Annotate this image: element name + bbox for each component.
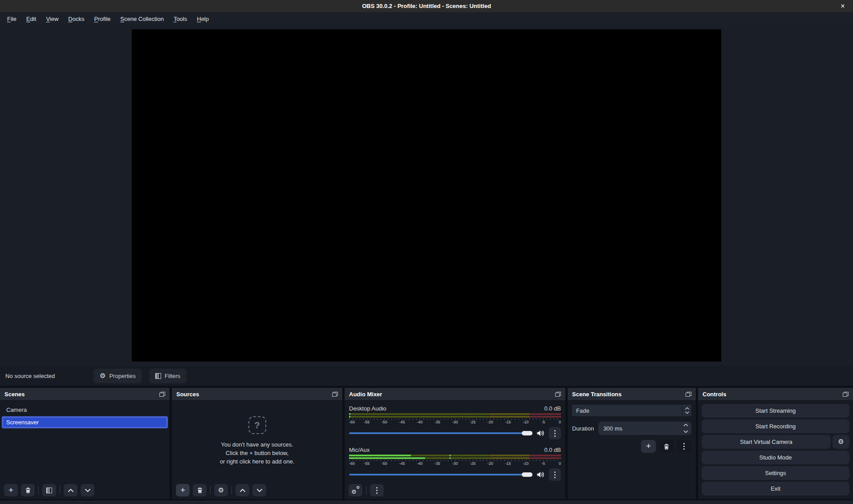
move-scene-down-button[interactable] bbox=[81, 484, 94, 496]
mixer-toolbar: ⚙ ⚙ bbox=[345, 481, 565, 499]
duration-input[interactable]: 300 ms bbox=[598, 422, 691, 435]
menu-view[interactable]: View bbox=[41, 14, 63, 24]
menu-help[interactable]: Help bbox=[192, 14, 213, 24]
remove-transition-button[interactable] bbox=[659, 440, 674, 453]
remove-source-button[interactable] bbox=[193, 484, 207, 496]
scene-item-camera[interactable]: Camera bbox=[2, 404, 168, 416]
sources-header: Sources bbox=[172, 388, 342, 401]
transitions-body: Fade Duration 300 ms bbox=[568, 401, 696, 499]
channel-menu-button[interactable] bbox=[549, 427, 561, 439]
transitions-title: Scene Transitions bbox=[572, 391, 621, 398]
scene-filters-button[interactable] bbox=[42, 484, 56, 496]
source-properties-button[interactable]: ⚙ bbox=[214, 484, 228, 496]
chevron-down-icon bbox=[685, 411, 689, 414]
volume-slider[interactable] bbox=[349, 431, 532, 436]
virtual-camera-config-button[interactable]: ⚙ bbox=[833, 435, 849, 449]
move-source-up-button[interactable] bbox=[236, 484, 249, 496]
controls-header: Controls bbox=[698, 388, 853, 401]
channel-name: Mic/Aux bbox=[349, 447, 370, 453]
scenes-dock: Scenes Camera Screensaver + bbox=[0, 388, 170, 499]
add-source-button[interactable]: + bbox=[176, 484, 190, 496]
title-bar: OBS 30.0.2 - Profile: Untitled - Scenes:… bbox=[0, 0, 853, 12]
audio-mixer-header: Audio Mixer bbox=[345, 388, 565, 401]
start-streaming-button[interactable]: Start Streaming bbox=[702, 404, 849, 418]
combo-arrows[interactable] bbox=[682, 405, 691, 416]
mixer-menu-button[interactable] bbox=[370, 484, 384, 496]
channel-volume-db: 0.0 dB bbox=[544, 405, 561, 412]
preview-area bbox=[0, 25, 853, 366]
obs-window: OBS 30.0.2 - Profile: Untitled - Scenes:… bbox=[0, 0, 853, 504]
exit-button[interactable]: Exit bbox=[702, 482, 849, 496]
meter-scale: -60-55-50-45-40-35-30-25-20-15-10-50 bbox=[349, 460, 561, 466]
scenes-list: Camera Screensaver bbox=[0, 401, 170, 481]
speaker-icon[interactable] bbox=[536, 430, 545, 437]
transition-select[interactable]: Fade bbox=[572, 405, 691, 416]
sources-list[interactable]: ? You don't have any sources. Click the … bbox=[172, 401, 342, 481]
add-transition-button[interactable]: + bbox=[641, 440, 656, 453]
audio-mixer-title: Audio Mixer bbox=[349, 391, 382, 398]
status-bar bbox=[0, 500, 853, 504]
channel-menu-button[interactable] bbox=[549, 468, 561, 481]
plus-icon: + bbox=[8, 486, 13, 494]
menu-docks[interactable]: Docks bbox=[64, 14, 89, 24]
menu-scene-collection[interactable]: Scene Collection bbox=[116, 14, 168, 24]
chevron-up-icon bbox=[685, 407, 689, 410]
popout-icon[interactable] bbox=[159, 392, 165, 397]
menu-profile[interactable]: Profile bbox=[89, 14, 115, 24]
dock-row: Scenes Camera Screensaver + bbox=[0, 388, 853, 499]
chevron-up-icon bbox=[68, 488, 74, 492]
audio-mixer-dock: Audio Mixer Desktop Audio 0.0 dB bbox=[345, 388, 565, 499]
move-source-down-button[interactable] bbox=[252, 484, 266, 496]
scenes-toolbar: + bbox=[0, 481, 170, 499]
plus-icon: + bbox=[180, 486, 185, 494]
filters-button[interactable]: Filters bbox=[149, 369, 187, 383]
move-scene-up-button[interactable] bbox=[64, 484, 77, 496]
popout-icon[interactable] bbox=[843, 392, 849, 397]
scene-item-screensaver[interactable]: Screensaver bbox=[2, 416, 168, 428]
studio-mode-button[interactable]: Studio Mode bbox=[702, 451, 849, 464]
transition-menu-button[interactable] bbox=[677, 440, 691, 453]
properties-label: Properties bbox=[109, 373, 135, 379]
transitions-header: Scene Transitions bbox=[568, 388, 696, 401]
remove-scene-button[interactable] bbox=[21, 484, 35, 496]
add-scene-button[interactable]: + bbox=[4, 484, 18, 496]
close-icon[interactable]: × bbox=[837, 0, 849, 12]
slider-handle[interactable] bbox=[522, 431, 532, 435]
kebab-menu-icon bbox=[554, 471, 556, 478]
menu-tools[interactable]: Tools bbox=[169, 14, 191, 24]
volume-slider[interactable] bbox=[349, 472, 532, 477]
plus-icon: + bbox=[646, 442, 651, 450]
filters-icon bbox=[155, 373, 161, 379]
audio-mixer-body: Desktop Audio 0.0 dB -60-55-50-45-40-35-… bbox=[345, 401, 565, 481]
spinner-arrows[interactable] bbox=[683, 423, 688, 433]
chevron-up-icon bbox=[240, 488, 246, 492]
properties-button[interactable]: ⚙ Properties bbox=[93, 369, 142, 383]
question-mark-icon: ? bbox=[248, 416, 266, 434]
menu-edit[interactable]: Edit bbox=[22, 14, 41, 24]
channel-name: Desktop Audio bbox=[349, 405, 386, 412]
scenes-title: Scenes bbox=[4, 391, 25, 398]
duration-value: 300 ms bbox=[603, 425, 622, 432]
duration-label: Duration bbox=[572, 425, 594, 432]
settings-button[interactable]: Settings bbox=[702, 466, 849, 480]
start-recording-button[interactable]: Start Recording bbox=[702, 419, 849, 433]
speaker-icon[interactable] bbox=[536, 471, 545, 478]
start-virtual-camera-button[interactable]: Start Virtual Camera bbox=[702, 435, 831, 449]
advanced-audio-button[interactable]: ⚙ ⚙ bbox=[349, 484, 362, 496]
controls-title: Controls bbox=[703, 391, 726, 398]
mixer-channel-desktop-audio: Desktop Audio 0.0 dB -60-55-50-45-40-35-… bbox=[349, 404, 561, 439]
empty-message-line: You don't have any sources. bbox=[221, 440, 293, 449]
slider-handle[interactable] bbox=[522, 472, 532, 477]
menu-file[interactable]: File bbox=[3, 14, 21, 24]
popout-icon[interactable] bbox=[555, 392, 561, 397]
toolbar-separator bbox=[210, 486, 211, 494]
gear-icon: ⚙ bbox=[838, 439, 844, 445]
sources-empty-state: ? You don't have any sources. Click the … bbox=[172, 401, 342, 481]
scene-transitions-dock: Scene Transitions Fade Duration 300 ms bbox=[568, 388, 696, 499]
gear-icon: ⚙ bbox=[100, 373, 106, 379]
popout-icon[interactable] bbox=[332, 392, 338, 397]
meter-scale: -60-55-50-45-40-35-30-25-20-15-10-50 bbox=[349, 419, 561, 425]
controls-dock: Controls Start Streaming Start Recording… bbox=[698, 388, 853, 499]
volume-meter: -60-55-50-45-40-35-30-25-20-15-10-50 bbox=[349, 413, 561, 425]
popout-icon[interactable] bbox=[686, 392, 691, 397]
